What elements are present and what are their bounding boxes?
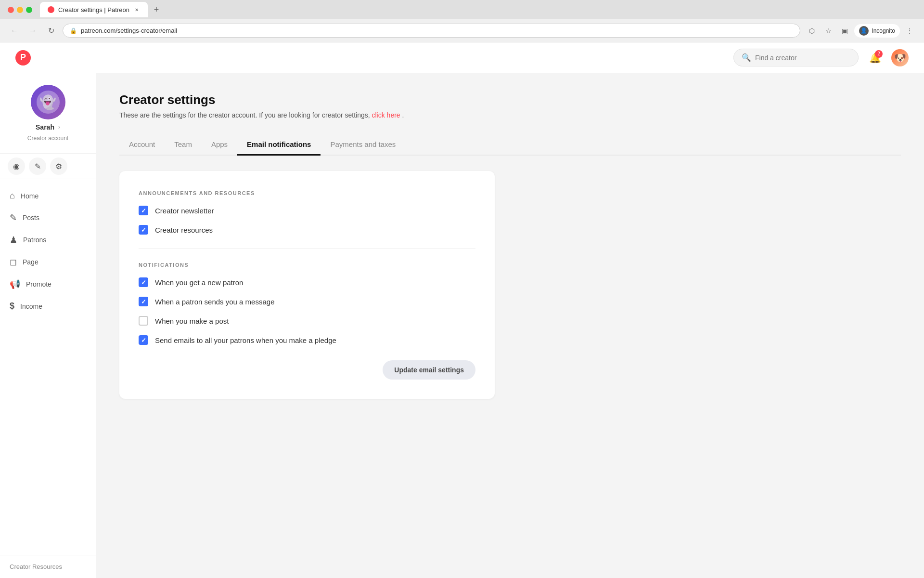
top-navbar: P 🔍 🔔 2 🐶 bbox=[0, 42, 924, 73]
avatar-ghost: 👻 bbox=[37, 91, 60, 114]
sidebar-item-posts[interactable]: ✎ Posts bbox=[0, 207, 96, 229]
cast-icon[interactable]: ⬡ bbox=[805, 24, 819, 38]
patreon-logo-icon: P bbox=[15, 50, 31, 66]
tab-apps[interactable]: Apps bbox=[202, 134, 237, 156]
profile-chevron-icon: › bbox=[58, 124, 60, 131]
maximize-window-button[interactable] bbox=[26, 7, 32, 13]
checkmark-icon: ✓ bbox=[141, 207, 146, 214]
sidebar-nav: ⌂ Home ✎ Posts ♟ Patrons ◻ Page bbox=[0, 179, 96, 555]
logo-letter: P bbox=[20, 53, 26, 63]
sidebar-item-promote[interactable]: 📢 Promote bbox=[0, 273, 96, 295]
active-tab[interactable]: Creator settings | Patreon ✕ bbox=[40, 2, 148, 17]
posts-icon: ✎ bbox=[10, 212, 17, 223]
url-bar[interactable]: 🔒 patreon.com/settings-creator/email bbox=[63, 24, 800, 38]
new-tab-button[interactable]: + bbox=[150, 3, 163, 16]
split-view-icon[interactable]: ▣ bbox=[838, 24, 851, 38]
sidebar-item-label-income: Income bbox=[20, 302, 42, 310]
description-end: . bbox=[402, 111, 404, 119]
incognito-badge: 👤 Incognito bbox=[854, 24, 900, 38]
settings-button[interactable]: ⚙ bbox=[50, 158, 67, 175]
checkbox-new-patron[interactable]: ✓ bbox=[139, 277, 148, 287]
update-email-settings-button[interactable]: Update email settings bbox=[383, 360, 475, 380]
checkbox-label-creator-newsletter: Creator newsletter bbox=[155, 207, 214, 215]
card-footer: Update email settings bbox=[139, 360, 475, 380]
traffic-lights bbox=[8, 7, 32, 13]
settings-tabs: Account Team Apps Email notifications Pa… bbox=[119, 134, 901, 156]
sidebar-item-income[interactable]: $ Income bbox=[0, 295, 96, 317]
notification-button[interactable]: 🔔 2 bbox=[866, 49, 884, 66]
checkmark-icon: ✓ bbox=[141, 226, 146, 234]
section-divider bbox=[139, 248, 475, 249]
profile-name: Sarah bbox=[36, 123, 54, 131]
checkbox-patron-message[interactable]: ✓ bbox=[139, 297, 148, 306]
income-icon: $ bbox=[10, 301, 14, 311]
patreon-logo[interactable]: P bbox=[15, 50, 31, 66]
checkbox-send-pledge-emails[interactable]: ✓ bbox=[139, 335, 148, 345]
avatar: 👻 bbox=[31, 85, 65, 119]
edit-profile-button[interactable]: ✎ bbox=[29, 158, 46, 175]
address-bar: ← → ↻ 🔒 patreon.com/settings-creator/ema… bbox=[0, 19, 924, 42]
user-avatar[interactable]: 🐶 bbox=[891, 49, 909, 66]
back-button[interactable]: ← bbox=[8, 24, 21, 38]
click-here-link[interactable]: click here bbox=[372, 111, 400, 119]
minimize-window-button[interactable] bbox=[17, 7, 23, 13]
reload-button[interactable]: ↻ bbox=[44, 24, 58, 38]
sidebar-item-label-page: Page bbox=[23, 258, 38, 266]
search-icon: 🔍 bbox=[742, 53, 751, 62]
checkbox-label-creator-resources: Creator resources bbox=[155, 226, 213, 234]
incognito-label: Incognito bbox=[872, 27, 895, 34]
search-input[interactable] bbox=[755, 54, 850, 62]
tab-account[interactable]: Account bbox=[119, 134, 165, 156]
browser-menu-button[interactable]: ⋮ bbox=[903, 24, 916, 38]
profile-actions: ◉ ✎ ⚙ bbox=[0, 154, 96, 179]
page-description: These are the settings for the creator a… bbox=[119, 111, 901, 119]
url-text: patreon.com/settings-creator/email bbox=[81, 27, 177, 34]
settings-card: ANNOUNCEMENTS AND RESOURCES ✓ Creator ne… bbox=[119, 171, 495, 399]
tab-bar: Creator settings | Patreon ✕ + bbox=[40, 2, 163, 17]
sidebar-item-patrons[interactable]: ♟ Patrons bbox=[0, 229, 96, 251]
checkbox-row-patron-message[interactable]: ✓ When a patron sends you a message bbox=[139, 297, 475, 306]
sidebar-item-label-promote: Promote bbox=[26, 280, 51, 288]
tab-close-button[interactable]: ✕ bbox=[133, 6, 140, 13]
checkmark-icon: ✓ bbox=[141, 337, 146, 344]
promote-icon: 📢 bbox=[10, 279, 20, 289]
announcements-section-title: ANNOUNCEMENTS AND RESOURCES bbox=[139, 190, 475, 196]
sidebar-item-page[interactable]: ◻ Page bbox=[0, 251, 96, 273]
page-icon: ◻ bbox=[10, 257, 17, 267]
forward-button[interactable]: → bbox=[26, 24, 39, 38]
view-profile-button[interactable]: ◉ bbox=[8, 158, 25, 175]
sidebar-footer[interactable]: Creator Resources bbox=[0, 555, 96, 578]
checkbox-row-creator-resources[interactable]: ✓ Creator resources bbox=[139, 225, 475, 235]
sidebar-item-label-home: Home bbox=[21, 192, 38, 200]
checkbox-creator-resources[interactable]: ✓ bbox=[139, 225, 148, 235]
tab-favicon bbox=[48, 6, 54, 13]
app-body: 👻 Sarah › Creator account ◉ ✎ ⚙ bbox=[0, 73, 924, 578]
patrons-icon: ♟ bbox=[10, 235, 17, 245]
close-window-button[interactable] bbox=[8, 7, 14, 13]
checkbox-label-new-patron: When you get a new patron bbox=[155, 278, 243, 287]
checkbox-row-make-post[interactable]: When you make a post bbox=[139, 316, 475, 326]
checkbox-creator-newsletter[interactable]: ✓ bbox=[139, 206, 148, 215]
checkmark-icon: ✓ bbox=[141, 298, 146, 305]
checkbox-row-creator-newsletter[interactable]: ✓ Creator newsletter bbox=[139, 206, 475, 215]
bookmark-icon[interactable]: ☆ bbox=[821, 24, 835, 38]
sidebar-item-home[interactable]: ⌂ Home bbox=[0, 185, 96, 207]
search-bar[interactable]: 🔍 bbox=[733, 49, 859, 66]
home-icon: ⌂ bbox=[10, 191, 15, 201]
checkbox-make-post[interactable] bbox=[139, 316, 148, 326]
checkbox-row-send-pledge-emails[interactable]: ✓ Send emails to all your patrons when y… bbox=[139, 335, 475, 345]
checkmark-icon: ✓ bbox=[141, 279, 146, 286]
tab-title: Creator settings | Patreon bbox=[58, 6, 129, 13]
navbar-right: 🔍 🔔 2 🐶 bbox=[733, 49, 909, 66]
incognito-icon: 👤 bbox=[859, 26, 869, 36]
tab-team[interactable]: Team bbox=[165, 134, 202, 156]
profile-role: Creator account bbox=[27, 135, 68, 142]
notification-badge: 2 bbox=[875, 50, 883, 58]
lock-icon: 🔒 bbox=[70, 27, 77, 34]
tab-payments-taxes[interactable]: Payments and taxes bbox=[321, 134, 405, 156]
sidebar-item-label-patrons: Patrons bbox=[23, 236, 46, 244]
checkbox-label-make-post: When you make a post bbox=[155, 317, 229, 325]
sidebar-item-label-posts: Posts bbox=[23, 214, 39, 222]
tab-email-notifications[interactable]: Email notifications bbox=[237, 134, 321, 156]
checkbox-row-new-patron[interactable]: ✓ When you get a new patron bbox=[139, 277, 475, 287]
